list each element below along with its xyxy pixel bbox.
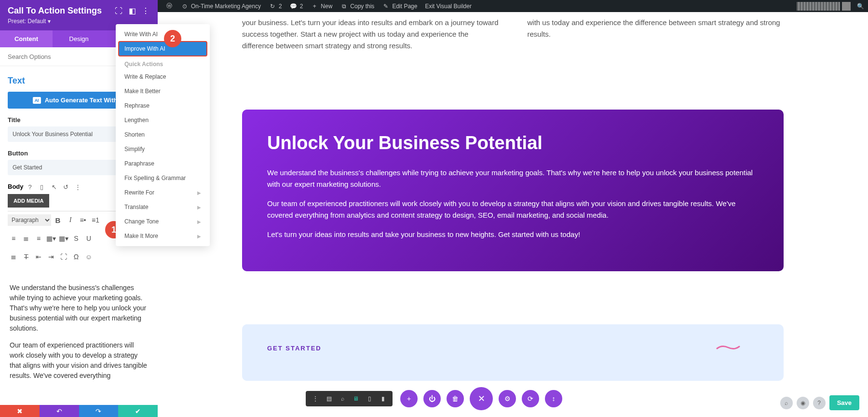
updates[interactable]: ↻2 — [265, 2, 286, 10]
exit-visual-builder[interactable]: Exit Visual Builder — [421, 3, 475, 10]
comments[interactable]: 💬2 — [286, 2, 307, 10]
pencil-icon: ✎ — [382, 2, 390, 10]
save-button[interactable]: Save — [829, 395, 859, 410]
comment-icon: 💬 — [290, 2, 298, 10]
user-name-obscured — [797, 2, 840, 11]
menu-write-with-ai[interactable]: Write With AI — [116, 27, 210, 42]
wordpress-icon: ⓦ — [165, 2, 173, 10]
squiggle-decoration — [716, 344, 740, 350]
more-icon[interactable]: ⋮ — [141, 7, 150, 15]
strikethrough-button[interactable]: S — [70, 233, 82, 244]
menu-rephrase[interactable]: Rephrase — [116, 98, 210, 113]
format-select[interactable]: Paragraph — [8, 214, 51, 226]
tablet-icon[interactable]: ▯ — [365, 394, 374, 403]
menu-improve-with-ai[interactable]: Improve With AI — [119, 42, 207, 56]
edit-label: Edit Page — [392, 3, 417, 10]
menu-make-it-more[interactable]: Make It More▶ — [116, 229, 210, 243]
add-button[interactable]: + — [400, 390, 418, 407]
menu-simplify[interactable]: Simplify — [116, 142, 210, 156]
search-page-button[interactable]: ⌕ — [780, 397, 793, 409]
preset-label: Preset: Default — [8, 18, 46, 25]
discard-button[interactable]: ✖ — [0, 405, 40, 417]
menu-change-tone[interactable]: Change Tone▶ — [116, 214, 210, 229]
get-started-section[interactable]: GET STARTED — [242, 324, 784, 381]
indent-button[interactable]: ⇥ — [45, 251, 57, 263]
cta-module[interactable]: Unlock Your Business Potential We unders… — [242, 110, 784, 271]
settings-button[interactable]: ⚙ — [499, 390, 516, 407]
phone-icon[interactable]: ▮ — [378, 394, 388, 403]
menu-write-replace[interactable]: Write & Replace — [116, 70, 210, 84]
edit-page[interactable]: ✎Edit Page — [378, 2, 421, 10]
exit-label: Exit Visual Builder — [425, 3, 472, 10]
power-button[interactable]: ⏻ — [423, 390, 441, 407]
clear-format-button[interactable]: T̶ — [20, 251, 32, 263]
panel-title: Call To Action Settings — [8, 6, 102, 16]
close-button[interactable]: ✕ — [470, 387, 493, 410]
expand-icon[interactable]: ⛶ — [114, 7, 123, 15]
desktop-icon[interactable]: 🖥 — [351, 394, 361, 403]
hover-icon[interactable]: ↖ — [52, 183, 58, 190]
menu-fix-spelling[interactable]: Fix Spelling & Grammar — [116, 171, 210, 185]
body-editor[interactable]: We understand the business's challenges … — [8, 279, 150, 391]
tab-content[interactable]: Content — [0, 30, 53, 47]
site-name-label: On-Time Marketing Agency — [191, 3, 261, 10]
avatar[interactable] — [842, 2, 851, 11]
ai-dropdown-menu: Write With AI Improve With AI Quick Acti… — [116, 24, 210, 246]
plus-icon: + — [311, 2, 318, 10]
annotation-badge-2: 2 — [164, 30, 181, 47]
add-media-button[interactable]: ADD MEDIA — [8, 194, 49, 208]
builder-floating-toolbar: ⋮ ▤ ⌕ 🖥 ▯ ▮ + ⏻ 🗑 ✕ ⚙ ⟳ ↕ — [306, 387, 562, 410]
menu-translate[interactable]: Translate▶ — [116, 200, 210, 214]
table-button[interactable]: ▦▾ — [45, 233, 57, 244]
chevron-right-icon: ▶ — [197, 219, 201, 224]
apply-button[interactable]: ✔ — [118, 405, 158, 417]
search-icon[interactable]: 🔍 — [856, 2, 864, 10]
copy-this[interactable]: ⧉Copy this — [336, 2, 378, 10]
history-button[interactable]: ⟳ — [522, 390, 539, 407]
zoom-icon[interactable]: ⌕ — [338, 394, 347, 403]
align-left-button[interactable]: ≡ — [8, 233, 19, 244]
italic-button[interactable]: I — [65, 214, 76, 226]
cta-paragraph-1: We understand the business's challenges … — [267, 167, 759, 190]
outdent-button[interactable]: ⇤ — [33, 251, 44, 263]
table2-button[interactable]: ▦▾ — [58, 233, 69, 244]
menu-shorten[interactable]: Shorten — [116, 127, 210, 142]
undo-icon[interactable]: ↺ — [63, 183, 70, 190]
underline-button[interactable]: U — [83, 233, 95, 244]
menu-make-better[interactable]: Make It Better — [116, 84, 210, 98]
align-right-button[interactable]: ≡ — [33, 233, 44, 244]
undo-button[interactable]: ↶ — [40, 405, 79, 417]
help-icon[interactable]: ? — [28, 183, 35, 190]
phone-icon[interactable]: ▯ — [40, 183, 47, 190]
redo-button[interactable]: ↷ — [79, 405, 119, 417]
wireframe-icon[interactable]: ▤ — [324, 394, 334, 403]
snap-icon[interactable]: ◧ — [128, 7, 136, 15]
special-char-button[interactable]: Ω — [70, 251, 82, 263]
justify-button[interactable]: ≣ — [8, 251, 19, 263]
menu-icon[interactable]: ⋮ — [311, 394, 320, 403]
menu-rewrite-for[interactable]: Rewrite For▶ — [116, 185, 210, 200]
menu-paraphrase[interactable]: Paraphrase — [116, 156, 210, 171]
new-menu[interactable]: +New — [307, 2, 336, 10]
bottom-right-controls: ⌕ ◉ ? Save — [780, 395, 859, 410]
ol-button[interactable]: ≡1 — [90, 214, 101, 226]
sort-button[interactable]: ↕ — [545, 390, 562, 407]
trash-button[interactable]: 🗑 — [447, 390, 464, 407]
preset-selector[interactable]: Preset: Default ▾ — [8, 18, 150, 25]
layers-button[interactable]: ◉ — [797, 397, 809, 409]
wp-logo[interactable]: ⓦ — [162, 2, 177, 10]
copy-icon: ⧉ — [340, 2, 348, 10]
align-center-button[interactable]: ≣ — [20, 233, 32, 244]
bold-button[interactable]: B — [52, 214, 64, 226]
site-menu[interactable]: ⊙On-Time Marketing Agency — [177, 2, 265, 10]
help-button[interactable]: ? — [813, 397, 826, 409]
emoji-button[interactable]: ☺ — [83, 251, 95, 263]
tab-design[interactable]: Design — [53, 30, 105, 47]
fullscreen-button[interactable]: ⛶ — [58, 251, 69, 263]
preview-col2-text: with us today and experience the differe… — [528, 17, 784, 52]
updates-count: 2 — [279, 3, 282, 10]
page-preview: your business. Let's turn your ideas int… — [158, 12, 868, 417]
menu-lengthen[interactable]: Lengthen — [116, 113, 210, 127]
kebab-icon[interactable]: ⋮ — [75, 183, 81, 190]
ul-button[interactable]: ≡• — [77, 214, 89, 226]
